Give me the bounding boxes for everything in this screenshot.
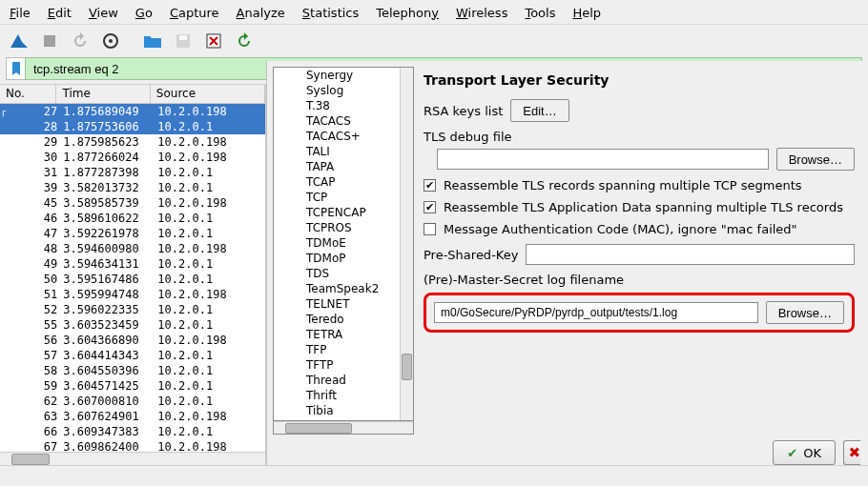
menu-view[interactable]: View (89, 6, 118, 20)
packet-row[interactable]: 281.87575360610.2.0.1 (0, 119, 265, 134)
menu-tools[interactable]: Tools (525, 6, 555, 20)
rsa-keys-edit-button[interactable]: Edit… (510, 99, 568, 122)
ok-button[interactable]: ✔ OK (773, 440, 836, 465)
packet-row[interactable]: 473.59226197810.2.0.1 (0, 226, 265, 241)
menu-statistics[interactable]: Statistics (302, 6, 359, 20)
packet-list[interactable]: ┌271.87568904910.2.0.198 281.87575360610… (0, 104, 265, 452)
packet-row[interactable]: 453.58958573910.2.0.198 (0, 195, 265, 211)
shark-fin-icon[interactable] (6, 29, 32, 53)
packet-row[interactable]: 291.87598562310.2.0.198 (0, 134, 265, 150)
protocol-item[interactable]: Synergy (274, 68, 413, 83)
packet-list-hscroll[interactable] (0, 452, 265, 465)
protocol-item[interactable]: TDMoE (274, 235, 413, 251)
packet-list-pane: No. Time Source ┌271.87568904910.2.0.198… (0, 85, 266, 465)
column-header-source[interactable]: Source (151, 85, 265, 103)
packet-row[interactable]: 573.60441434310.2.0.1 (0, 348, 265, 363)
master-secret-label: (Pre)-Master-Secret log filename (424, 273, 855, 287)
packet-row[interactable]: 663.60934738310.2.0.1 (0, 424, 265, 439)
menubar: File Edit View Go Capture Analyze Statis… (0, 0, 868, 25)
protocol-item[interactable]: Tibia (274, 403, 413, 418)
menu-analyze[interactable]: Analyze (237, 6, 285, 20)
packet-row[interactable]: 463.58961062210.2.0.1 (0, 211, 265, 226)
reload-file-icon[interactable] (231, 29, 258, 53)
protocol-item[interactable]: TFTP (274, 357, 413, 373)
restart-capture-icon[interactable] (67, 29, 93, 53)
packet-row[interactable]: 311.87728739810.2.0.1 (0, 165, 265, 180)
menu-telephony[interactable]: Telephony (376, 6, 439, 20)
master-secret-input[interactable] (434, 302, 758, 323)
protocol-item[interactable]: TACACS (274, 113, 413, 129)
statusbar (0, 465, 868, 486)
protocol-list-hscroll[interactable] (273, 421, 414, 435)
protocol-item[interactable]: TAPA (274, 159, 413, 174)
packet-row[interactable]: 393.58201373210.2.0.1 (0, 180, 265, 195)
menu-capture[interactable]: Capture (170, 6, 219, 20)
ok-label: OK (803, 446, 821, 460)
packet-row[interactable]: 553.60352345910.2.0.1 (0, 317, 265, 333)
protocol-item[interactable]: TDMoP (274, 251, 413, 266)
protocol-item[interactable]: TELNET (274, 296, 413, 312)
protocol-item[interactable]: TCPROS (274, 220, 413, 235)
protocol-item[interactable]: T.38 (274, 98, 413, 113)
packet-row[interactable]: 673.60986240010.2.0.198 (0, 439, 265, 452)
mac-ignore-label: Message Authentication Code (MAC), ignor… (444, 222, 797, 236)
packet-row[interactable]: 623.60700081010.2.0.1 (0, 394, 265, 409)
reassemble-tcp-label: Reassemble TLS records spanning multiple… (444, 178, 802, 192)
protocol-list-wrap: SynergySyslogT.38TACACSTACACS+TALITAPATC… (273, 67, 414, 435)
panel-title: Transport Layer Security (424, 72, 855, 88)
protocol-item[interactable]: Thrift (274, 388, 413, 403)
packet-row[interactable]: 563.60436689010.2.0.198 (0, 333, 265, 348)
packet-row[interactable]: 593.60457142510.2.0.1 (0, 378, 265, 394)
menu-wireless[interactable]: Wireless (456, 6, 507, 20)
protocol-item[interactable]: TeamSpeak2 (274, 281, 413, 296)
packet-row[interactable]: 301.87726602410.2.0.198 (0, 150, 265, 165)
close-file-icon[interactable] (200, 29, 227, 53)
packet-row[interactable]: 483.59460098010.2.0.198 (0, 241, 265, 256)
svg-rect-0 (44, 35, 55, 47)
packet-row[interactable]: 513.59599474810.2.0.198 (0, 287, 265, 302)
tls-debug-browse-button[interactable]: Browse… (776, 148, 855, 171)
protocol-item[interactable]: Teredo (274, 312, 413, 327)
reassemble-app-checkbox[interactable] (424, 201, 436, 213)
tls-settings-panel: Transport Layer Security RSA keys list E… (420, 67, 860, 435)
master-secret-browse-button[interactable]: Browse… (766, 301, 844, 324)
packet-row[interactable]: 583.60455039610.2.0.1 (0, 363, 265, 378)
open-file-icon[interactable] (139, 29, 166, 53)
save-file-icon[interactable] (170, 29, 196, 53)
menu-file[interactable]: File (10, 6, 31, 20)
mac-ignore-checkbox[interactable] (424, 223, 436, 235)
bookmark-icon[interactable] (6, 57, 25, 80)
packet-row[interactable]: ┌271.87568904910.2.0.198 (0, 104, 265, 119)
column-header-no[interactable]: No. (0, 85, 56, 103)
packet-row[interactable]: 523.59602233510.2.0.1 (0, 302, 265, 317)
protocol-item[interactable]: TFP (274, 342, 413, 357)
protocol-item[interactable]: TCP (274, 190, 413, 205)
column-header-time[interactable]: Time (56, 85, 150, 103)
protocol-item[interactable]: Syslog (274, 83, 413, 98)
capture-options-icon[interactable] (97, 29, 124, 53)
check-icon: ✔ (787, 446, 797, 460)
tls-debug-file-input[interactable] (437, 149, 769, 170)
protocol-list[interactable]: SynergySyslogT.38TACACSTACACS+TALITAPATC… (273, 67, 414, 421)
psk-input[interactable] (526, 244, 855, 265)
packet-row[interactable]: 633.60762490110.2.0.198 (0, 409, 265, 424)
protocol-item[interactable]: TCPENCAP (274, 205, 413, 220)
packet-row[interactable]: 493.59463413110.2.0.1 (0, 256, 265, 272)
menu-help[interactable]: Help (572, 6, 601, 20)
protocol-item[interactable]: Thread (274, 373, 413, 388)
reassemble-tcp-checkbox[interactable] (424, 179, 436, 192)
master-secret-highlight: Browse… (424, 293, 855, 333)
protocol-item[interactable]: TACACS+ (274, 129, 413, 144)
toolbar (0, 25, 868, 57)
protocol-list-vscroll[interactable] (400, 68, 413, 420)
menu-edit[interactable]: Edit (48, 6, 72, 20)
protocol-item[interactable]: TETRA (274, 327, 413, 342)
protocol-item[interactable]: TDS (274, 266, 413, 281)
menu-go[interactable]: Go (135, 6, 153, 20)
protocol-item[interactable]: TALI (274, 144, 413, 159)
protocol-item[interactable]: TCAP (274, 174, 413, 190)
cancel-button[interactable]: ✖ (843, 440, 860, 465)
psk-label: Pre-Shared-Key (424, 248, 518, 262)
stop-capture-icon[interactable] (36, 29, 63, 53)
packet-row[interactable]: 503.59516748610.2.0.1 (0, 272, 265, 287)
